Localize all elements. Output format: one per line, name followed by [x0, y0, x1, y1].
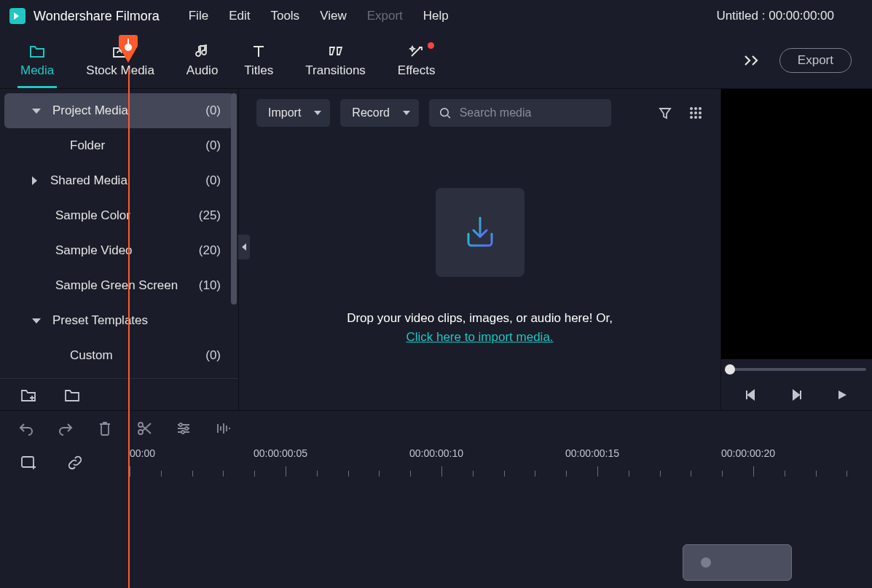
sidebar-item-label: Folder: [70, 138, 105, 153]
ruler-label: 00:00:00:15: [565, 447, 619, 459]
sidebar-item-sample-green-screen[interactable]: Sample Green Screen (10): [4, 268, 234, 303]
combo-label: Import: [268, 106, 301, 119]
notification-dot-icon: [428, 42, 434, 49]
svg-point-10: [699, 116, 702, 119]
play-icon: [836, 388, 849, 401]
sidebar-item-sample-color[interactable]: Sample Color (25): [4, 198, 234, 233]
undo-button[interactable]: [17, 420, 35, 437]
import-dropdown[interactable]: Import: [256, 99, 330, 127]
delete-button[interactable]: [96, 420, 114, 437]
sidebar-scrollbar[interactable]: [231, 93, 237, 305]
tab-label: Effects: [398, 63, 436, 78]
sidebar-item-folder[interactable]: Folder (0): [4, 128, 234, 163]
playhead-marker-icon[interactable]: [119, 35, 138, 63]
svg-rect-16: [22, 457, 34, 467]
menu-bar: Wondershare Filmora File Edit Tools View…: [0, 0, 872, 32]
menu-edit[interactable]: Edit: [229, 9, 250, 23]
sidebar-footer: [0, 378, 238, 410]
menu-tools[interactable]: Tools: [270, 9, 299, 23]
import-media-link[interactable]: Click here to import media.: [406, 330, 553, 344]
split-button[interactable]: [135, 420, 153, 437]
timeline-panel: 00:00 00:00:00:05 00:00:00:10 00:00:00:1…: [0, 410, 872, 588]
next-frame-button[interactable]: [790, 388, 803, 401]
sidebar-item-sample-video[interactable]: Sample Video (20): [4, 233, 234, 268]
slider-track[interactable]: [730, 368, 866, 371]
step-back-icon: [745, 388, 758, 401]
svg-point-9: [694, 116, 697, 119]
collapse-sidebar-button[interactable]: [238, 235, 250, 259]
tab-media[interactable]: Media: [7, 32, 67, 88]
playhead-line[interactable]: [128, 68, 130, 588]
media-panel: Import Record: [239, 89, 720, 410]
chevron-down-icon: [314, 111, 321, 115]
more-tabs-button[interactable]: [737, 46, 766, 75]
search-media-field[interactable]: [429, 99, 611, 127]
slider-thumb[interactable]: [725, 364, 735, 375]
svg-point-17: [125, 44, 132, 51]
svg-point-3: [694, 107, 697, 110]
preview-viewport[interactable]: [721, 89, 872, 359]
sidebar-item-label: Custom: [70, 348, 113, 363]
link-button[interactable]: [67, 455, 83, 471]
preview-controls: [721, 380, 872, 410]
menu-view[interactable]: View: [320, 9, 347, 23]
sidebar-item-label: Sample Green Screen: [55, 278, 178, 293]
music-note-icon: [195, 43, 211, 59]
search-input[interactable]: [460, 106, 601, 119]
chevron-left-icon: [242, 243, 246, 251]
filter-icon: [658, 106, 672, 120]
sidebar-item-project-media[interactable]: Project Media (0): [4, 93, 234, 128]
play-button[interactable]: [836, 388, 849, 401]
audio-mixer-button[interactable]: [214, 420, 232, 437]
timeline-ruler[interactable]: 00:00 00:00:00:05 00:00:00:10 00:00:00:1…: [128, 446, 872, 479]
menu-help[interactable]: Help: [423, 9, 449, 23]
import-tile[interactable]: [436, 188, 525, 277]
timeline-tracks[interactable]: [0, 479, 872, 588]
filter-button[interactable]: [658, 106, 672, 120]
trash-icon: [98, 420, 112, 436]
prev-frame-button[interactable]: [745, 388, 758, 401]
undo-icon: [18, 421, 34, 436]
media-toolbar: Import Record: [239, 89, 720, 137]
tab-label: Audio: [186, 63, 218, 78]
tab-effects[interactable]: Effects: [385, 32, 449, 88]
record-dropdown[interactable]: Record: [340, 99, 419, 127]
sidebar-item-shared-media[interactable]: Shared Media (0): [4, 163, 234, 198]
link-icon: [67, 455, 83, 471]
grid-view-button[interactable]: [688, 106, 703, 120]
tab-label: Stock Media: [86, 63, 154, 78]
svg-point-13: [179, 423, 182, 426]
sidebar-item-label: Sample Video: [55, 243, 133, 258]
sidebar-item-custom[interactable]: Custom (0): [4, 338, 234, 373]
chevron-down-icon: [32, 318, 41, 324]
tab-titles[interactable]: Titles: [231, 32, 286, 88]
folder-button[interactable]: [64, 388, 80, 402]
placeholder-clip[interactable]: [683, 544, 792, 581]
sidebar-item-count: (0): [205, 348, 221, 363]
preview-seek-slider[interactable]: [721, 359, 872, 380]
add-track-button[interactable]: [20, 455, 38, 471]
tab-audio[interactable]: Audio: [173, 32, 231, 88]
svg-point-1: [441, 109, 449, 117]
export-button[interactable]: Export: [779, 48, 852, 73]
menu-file[interactable]: File: [189, 9, 208, 23]
combo-label: Record: [352, 106, 390, 119]
svg-point-8: [690, 116, 693, 119]
scissors-icon: [136, 420, 152, 436]
preview-panel: [720, 89, 872, 410]
sidebar-item-preset-templates[interactable]: Preset Templates: [4, 303, 234, 338]
ruler-label: 00:00:00:10: [409, 447, 463, 459]
tab-transitions[interactable]: Transitions: [286, 32, 385, 88]
adjust-button[interactable]: [175, 420, 192, 437]
redo-button[interactable]: [57, 420, 74, 437]
wand-icon: [409, 43, 425, 59]
media-drop-area[interactable]: Drop your video clips, images, or audio …: [239, 137, 720, 410]
chevrons-right-icon: [743, 55, 761, 66]
folder-icon: [29, 43, 45, 59]
ruler-label: 00:00:00:20: [721, 447, 775, 459]
search-icon: [439, 106, 451, 119]
add-folder-button[interactable]: [20, 388, 36, 402]
svg-rect-18: [127, 39, 129, 44]
sidebar-item-label: Project Media: [52, 103, 128, 118]
project-title: Untitled : 00:00:00:00: [716, 9, 834, 23]
